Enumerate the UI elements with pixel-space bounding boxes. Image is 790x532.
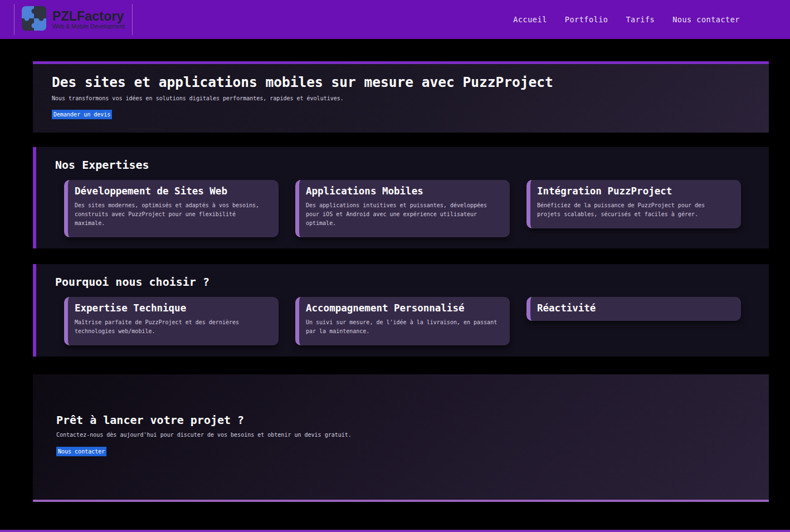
- card-expertise-technique: Expertise Technique Maîtrise parfaite de…: [64, 297, 279, 345]
- hero-section: Des sites et applications mobiles sur me…: [33, 61, 769, 133]
- why-us-section: Pourquoi nous choisir ? Expertise Techni…: [33, 264, 769, 357]
- logo-title: PZLFactory: [52, 9, 125, 23]
- site-header: PZLFactory Web & Mobile Development Accu…: [0, 0, 790, 39]
- logo[interactable]: PZLFactory Web & Mobile Development: [14, 4, 133, 35]
- card-title: Réactivité: [537, 302, 731, 314]
- nav-item-portfolio[interactable]: Portfolio: [565, 15, 608, 24]
- main-nav: Accueil Portfolio Tarifs Nous contacter: [513, 15, 740, 24]
- card-title: Intégration PuzzProject: [537, 186, 731, 197]
- card-description: Bénéficiez de la puissance de PuzzProjec…: [537, 201, 731, 219]
- card-title: Expertise Technique: [75, 302, 269, 314]
- cta-title: Prêt à lancer votre projet ?: [56, 413, 747, 427]
- card-integration-puzzproject: Intégration PuzzProject Bénéficiez de la…: [526, 180, 741, 228]
- expertises-title: Nos Expertises: [55, 158, 769, 172]
- hero-cta-link[interactable]: Demander un devis: [52, 110, 112, 119]
- card-title: Applications Mobiles: [306, 186, 500, 197]
- card-title: Accompagnement Personnalisé: [306, 302, 500, 314]
- expertises-cards: Développement de Sites Web Des sites mod…: [64, 180, 741, 237]
- why-us-cards: Expertise Technique Maîtrise parfaite de…: [64, 297, 741, 345]
- hero-title: Des sites et applications mobiles sur me…: [52, 74, 747, 90]
- card-applications-mobiles: Applications Mobiles Des applications in…: [295, 180, 510, 237]
- card-description: Maîtrise parfaite de PuzzProject et des …: [75, 318, 269, 336]
- puzzle-icon: [22, 6, 46, 33]
- card-accompagnement-personnalise: Accompagnement Personnalisé Un suivi sur…: [295, 297, 510, 345]
- card-description: Un suivi sur mesure, de l'idée à la livr…: [306, 318, 500, 336]
- page-main: Des sites et applications mobiles sur me…: [0, 61, 790, 502]
- cta-contact-link[interactable]: Nous contacter: [56, 447, 106, 456]
- card-description: Des sites modernes, optimisés et adaptés…: [75, 201, 269, 228]
- nav-item-tarifs[interactable]: Tarifs: [626, 15, 655, 24]
- card-description: Des applications intuitives et puissante…: [306, 201, 500, 228]
- nav-item-nous-contacter[interactable]: Nous contacter: [672, 15, 740, 24]
- expertises-section: Nos Expertises Développement de Sites We…: [33, 147, 769, 248]
- card-reactivite: Réactivité: [526, 297, 741, 321]
- cta-section: Prêt à lancer votre projet ? Contactez-n…: [33, 374, 769, 502]
- card-developpement-sites-web: Développement de Sites Web Des sites mod…: [64, 180, 279, 237]
- cta-subtitle: Contactez-nous dès aujourd'hui pour disc…: [56, 431, 747, 438]
- card-title: Développement de Sites Web: [75, 186, 269, 197]
- nav-item-accueil[interactable]: Accueil: [513, 15, 547, 24]
- hero-subtitle: Nous transformons vos idées en solutions…: [52, 95, 747, 102]
- footer-divider: [0, 530, 790, 532]
- logo-subtitle: Web & Mobile Development: [52, 23, 125, 30]
- why-us-title: Pourquoi nous choisir ?: [55, 275, 769, 289]
